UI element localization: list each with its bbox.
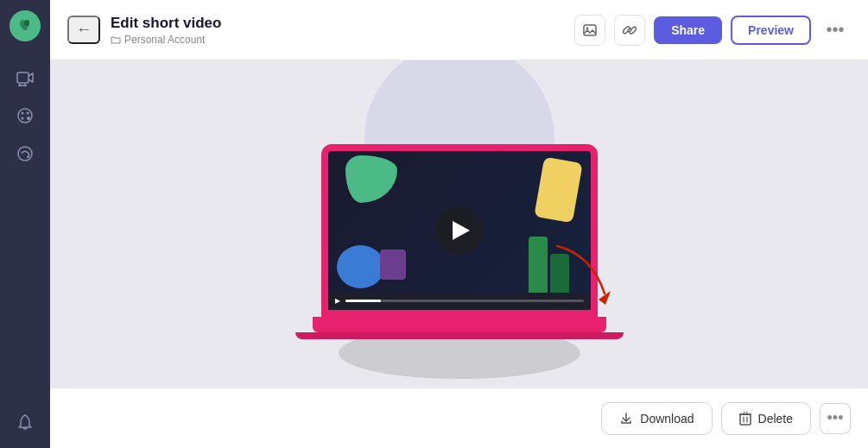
image-icon — [583, 23, 597, 37]
download-button[interactable]: Download — [601, 402, 712, 435]
link-icon-button[interactable] — [614, 15, 645, 46]
sidebar-item-bell[interactable] — [10, 407, 41, 438]
laptop-foot — [295, 332, 624, 339]
canvas-area[interactable]: ▶ — [50, 60, 868, 388]
back-button[interactable]: ← — [67, 16, 100, 44]
svg-point-10 — [27, 112, 29, 115]
svg-point-12 — [27, 117, 30, 120]
bottom-bar: Download Delete ••• — [50, 388, 868, 448]
sidebar-item-video[interactable] — [10, 62, 41, 93]
arrow-annotation — [540, 237, 626, 310]
play-icon — [453, 221, 470, 240]
progress-fill — [345, 300, 381, 302]
sidebar-item-palette[interactable] — [10, 100, 41, 131]
main-area: ← Edit short video Personal Account — [50, 0, 868, 448]
preview-button[interactable]: Preview — [731, 16, 811, 45]
shape-purple — [380, 249, 406, 280]
header-actions: Share Preview ••• — [574, 15, 851, 46]
laptop-base — [313, 317, 606, 332]
sidebar-item-social[interactable] — [10, 138, 41, 169]
page-title: Edit short video — [111, 15, 564, 32]
svg-point-13 — [18, 147, 32, 161]
svg-point-8 — [18, 109, 32, 123]
svg-rect-4 — [17, 73, 29, 83]
trash-icon — [739, 412, 751, 426]
logo[interactable] — [10, 10, 41, 41]
shape-yellow — [534, 156, 582, 223]
shape-green — [345, 155, 397, 203]
svg-point-11 — [22, 117, 24, 120]
link-icon — [623, 23, 637, 37]
header: ← Edit short video Personal Account — [50, 0, 868, 60]
svg-point-15 — [586, 27, 589, 29]
svg-point-9 — [22, 112, 24, 115]
arrow-svg — [540, 237, 626, 306]
share-button[interactable]: Share — [654, 16, 722, 44]
header-title-group: Edit short video Personal Account — [111, 15, 564, 46]
folder-icon — [111, 35, 121, 45]
progress-play-icon: ▶ — [335, 297, 340, 305]
header-more-button[interactable]: ••• — [820, 15, 851, 46]
shape-blue — [337, 245, 384, 288]
header-subtitle: Personal Account — [111, 34, 564, 46]
logo-icon — [10, 10, 41, 41]
svg-rect-18 — [740, 414, 751, 425]
sidebar — [0, 0, 50, 448]
delete-button[interactable]: Delete — [721, 402, 811, 435]
play-button[interactable] — [435, 206, 484, 255]
svg-point-3 — [22, 25, 28, 30]
download-icon — [619, 412, 633, 426]
image-icon-button[interactable] — [574, 15, 605, 46]
svg-rect-14 — [584, 25, 596, 35]
bottom-more-button[interactable]: ••• — [820, 403, 851, 434]
